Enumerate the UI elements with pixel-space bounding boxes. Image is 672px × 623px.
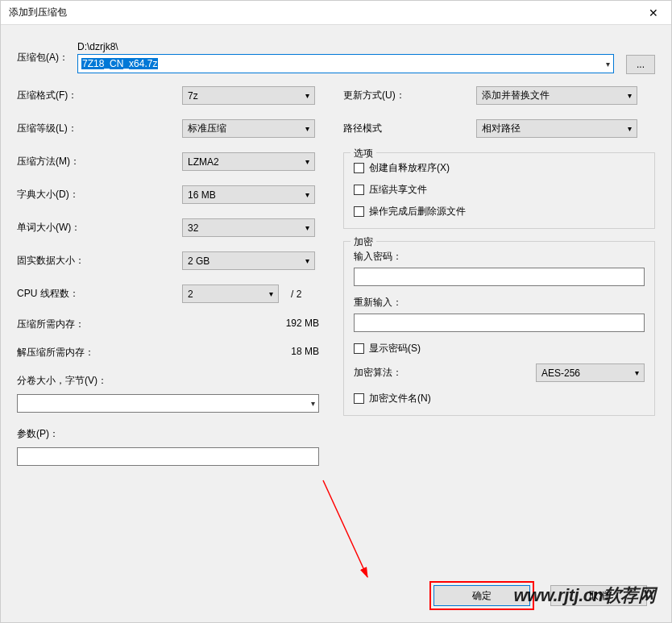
enc-algo-combo[interactable]: AES-256 ▾	[536, 363, 645, 382]
two-column-layout: 压缩格式(F)： 7z ▾ 压缩等级(L)： 标准压缩 ▾ 压缩方法	[17, 86, 655, 466]
window-title: 添加到压缩包	[9, 6, 67, 19]
svg-line-0	[323, 480, 367, 577]
method-label: 压缩方法(M)：	[17, 155, 182, 168]
options-legend: 选项	[351, 147, 376, 160]
mem-compress-label: 压缩所需内存：	[17, 318, 85, 331]
volume-input[interactable]: ▾	[17, 394, 319, 413]
solid-label: 固实数据大小：	[17, 254, 182, 268]
show-password-label: 显示密码(S)	[369, 342, 421, 355]
delete-label: 操作完成后删除源文件	[369, 205, 466, 218]
chevron-down-icon: ▾	[628, 124, 632, 133]
method-combo[interactable]: LZMA2 ▾	[182, 152, 315, 171]
volume-label: 分卷大小，字节(V)：	[17, 374, 319, 388]
dict-label: 字典大小(D)：	[17, 188, 182, 201]
archive-label: 压缩包(A)：	[17, 41, 77, 64]
update-combo[interactable]: 添加并替换文件 ▾	[476, 86, 637, 105]
encryption-legend: 加密	[351, 235, 376, 249]
repassword-input[interactable]	[354, 314, 645, 332]
chevron-down-icon: ▾	[305, 223, 309, 232]
format-combo[interactable]: 7z ▾	[182, 86, 315, 105]
solid-combo[interactable]: 2 GB ▾	[182, 251, 315, 270]
level-label: 压缩等级(L)：	[17, 122, 182, 135]
right-column: 更新方式(U)： 添加并替换文件 ▾ 路径模式 相对路径 ▾ 选项	[343, 86, 655, 466]
encrypt-filenames-checkbox[interactable]	[354, 393, 364, 404]
mem-decompress-value: 18 MB	[291, 346, 319, 359]
sfx-label: 创建自释放程序(X)	[369, 161, 450, 175]
dict-combo[interactable]: 16 MB ▾	[182, 185, 315, 204]
chevron-down-icon: ▾	[305, 190, 309, 199]
word-label: 单词大小(W)：	[17, 221, 182, 235]
options-fieldset: 选项 创建自释放程序(X) 压缩共享文件 操作完成后删除源文件	[343, 152, 655, 229]
dialog-window: 添加到压缩包 ✕ 压缩包(A)： D:\dzrjk8\ 7Z18_CN_x64.…	[0, 0, 672, 623]
chevron-down-icon: ▾	[305, 124, 309, 133]
pathmode-label: 路径模式	[343, 122, 476, 135]
pathmode-combo[interactable]: 相对路径 ▾	[476, 119, 637, 138]
chevron-down-icon: ▾	[305, 157, 309, 166]
chevron-down-icon: ▾	[305, 256, 309, 265]
left-column: 压缩格式(F)： 7z ▾ 压缩等级(L)： 标准压缩 ▾ 压缩方法	[17, 86, 319, 466]
ok-button[interactable]: 确定	[433, 585, 530, 606]
chevron-down-icon: ▾	[269, 289, 273, 298]
cpu-combo[interactable]: 2 ▾	[182, 285, 279, 303]
password-input[interactable]	[354, 268, 645, 286]
ok-button-highlight: 确定	[433, 585, 530, 606]
chevron-down-icon: ▾	[305, 91, 309, 100]
cancel-button[interactable]: 取消	[550, 585, 647, 606]
annotation-arrow	[319, 476, 384, 589]
sfx-checkbox[interactable]	[354, 163, 364, 173]
enc-algo-label: 加密算法：	[354, 366, 402, 380]
cpu-label: CPU 线程数：	[17, 287, 182, 301]
archive-path-row: 压缩包(A)： D:\dzrjk8\ 7Z18_CN_x64.7z ▾ ...	[17, 41, 655, 74]
delete-checkbox[interactable]	[354, 206, 364, 217]
chevron-down-icon: ▾	[606, 60, 610, 69]
mem-compress-value: 192 MB	[286, 318, 319, 331]
update-label: 更新方式(U)：	[343, 89, 476, 102]
dialog-content: 压缩包(A)： D:\dzrjk8\ 7Z18_CN_x64.7z ▾ ... …	[1, 25, 671, 482]
archive-content: D:\dzrjk8\ 7Z18_CN_x64.7z ▾	[77, 41, 614, 73]
cpu-total-text: / 2	[291, 289, 301, 300]
browse-button[interactable]: ...	[626, 55, 655, 74]
format-label: 压缩格式(F)：	[17, 89, 182, 102]
shared-label: 压缩共享文件	[369, 183, 427, 197]
mem-decompress-label: 解压缩所需内存：	[17, 346, 94, 359]
params-label: 参数(P)：	[17, 427, 319, 441]
show-password-checkbox[interactable]	[354, 343, 364, 354]
button-bar: 确定 取消	[433, 585, 647, 606]
close-button[interactable]: ✕	[635, 1, 671, 25]
archive-folder-path: D:\dzrjk8\	[77, 41, 614, 52]
chevron-down-icon: ▾	[311, 399, 315, 408]
word-combo[interactable]: 32 ▾	[182, 218, 315, 237]
chevron-down-icon: ▾	[628, 91, 632, 100]
repassword-label: 重新输入：	[354, 296, 645, 309]
titlebar: 添加到压缩包 ✕	[1, 1, 671, 25]
archive-filename-text: 7Z18_CN_x64.7z	[81, 58, 158, 69]
encrypt-filenames-label: 加密文件名(N)	[369, 392, 431, 405]
chevron-down-icon: ▾	[635, 368, 639, 377]
password-label: 输入密码：	[354, 250, 645, 264]
params-input[interactable]	[17, 447, 319, 466]
level-combo[interactable]: 标准压缩 ▾	[182, 119, 315, 138]
shared-checkbox[interactable]	[354, 185, 364, 195]
encryption-fieldset: 加密 输入密码： 重新输入： 显示密码(S) 加密算法： AES-256 ▾	[343, 241, 655, 416]
archive-filename-input[interactable]: 7Z18_CN_x64.7z ▾	[77, 54, 614, 73]
